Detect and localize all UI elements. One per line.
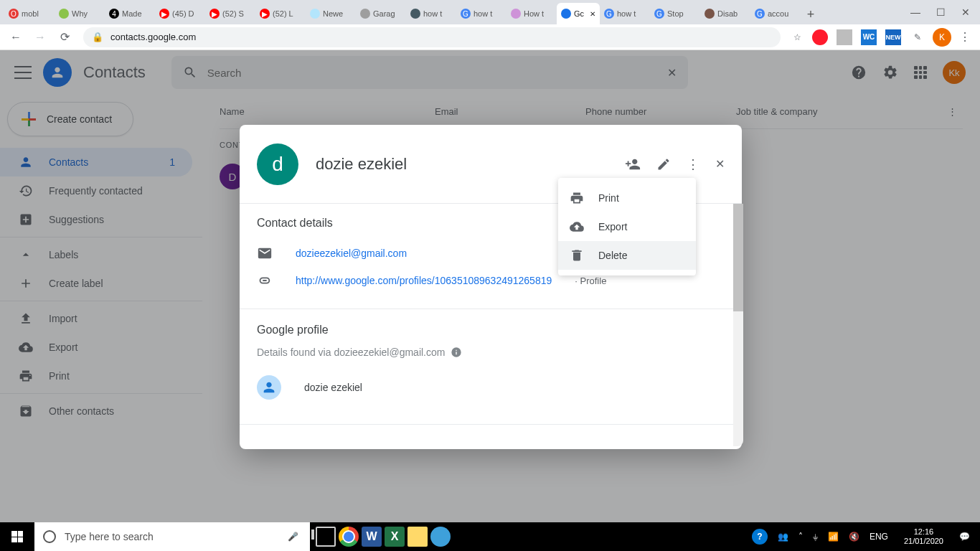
tab-label: (45) D — [172, 9, 194, 18]
favicon: ▶ — [159, 9, 169, 19]
favicon — [410, 9, 420, 19]
google-profile-name: dozie ezekiel — [304, 382, 362, 393]
extension-generic-icon[interactable] — [837, 29, 852, 45]
add-to-contacts-icon[interactable] — [625, 156, 641, 172]
url-text: contacts.google.com — [110, 32, 196, 42]
favicon: ▶ — [209, 9, 220, 19]
volume-icon[interactable]: 🔇 — [849, 532, 859, 542]
get-help-icon[interactable]: ? — [752, 529, 768, 545]
link-icon — [257, 273, 273, 288]
forward-button[interactable]: → — [30, 27, 50, 47]
tab-label: Stop — [667, 9, 684, 18]
extension-opera-icon[interactable] — [812, 29, 828, 45]
dialog-scrollbar[interactable] — [733, 204, 743, 446]
bookmark-star-icon[interactable]: ☆ — [789, 29, 805, 45]
task-view-button[interactable] — [316, 527, 336, 547]
extension-eyedropper-icon[interactable]: ✎ — [910, 29, 925, 45]
browser-tab[interactable]: Garag — [356, 3, 406, 24]
reload-button[interactable]: ⟳ — [55, 27, 75, 47]
maximize-button[interactable]: ☐ — [936, 6, 946, 18]
menu-item-label: Print — [598, 192, 619, 204]
email-link[interactable]: dozieezekiel@gmail.com — [296, 248, 407, 259]
taskbar-clock[interactable]: 12:16 21/01/2020 — [898, 527, 949, 546]
google-profile-row: dozie ezekiel — [257, 369, 733, 405]
tab-label: (52) S — [222, 9, 244, 18]
browser-tab[interactable]: How t — [507, 3, 557, 24]
clock-time: 12:16 — [904, 527, 943, 537]
browser-toolbar: ← → ⟳ 🔒 contacts.google.com ☆ WC NEW ✎ K… — [0, 24, 980, 50]
favicon — [59, 9, 69, 19]
taskbar-app-word[interactable]: W — [362, 527, 382, 547]
more-options-button[interactable]: ⋮ — [687, 156, 699, 172]
browser-tab[interactable]: Ghow t — [600, 3, 650, 24]
extensions-row: WC NEW ✎ — [809, 29, 928, 45]
browser-tab[interactable]: GStop — [650, 3, 700, 24]
favicon: ▶ — [260, 9, 270, 19]
print-icon — [570, 191, 584, 205]
info-icon[interactable] — [451, 347, 462, 358]
menu-item-print[interactable]: Print — [558, 184, 696, 212]
tray-expand-icon[interactable]: ˄ — [798, 532, 803, 542]
google-profile-subtitle: Details found via dozieezekiel@gmail.com — [257, 347, 733, 358]
overflow-menu: Print Export Delete — [558, 178, 696, 276]
favicon — [310, 9, 320, 19]
browser-tab[interactable]: Gaccou — [750, 3, 801, 24]
browser-tab[interactable]: ▶(52) S — [205, 3, 255, 24]
close-tab-button[interactable]: ✕ — [590, 10, 595, 18]
cloud-upload-icon — [570, 220, 584, 234]
language-indicator[interactable]: ENG — [870, 532, 888, 542]
browser-tab[interactable]: Why — [55, 3, 105, 24]
contact-dialog: d dozie ezekiel ⋮ ✕ Contact details dozi… — [240, 125, 742, 449]
browser-tab[interactable]: Ghow t — [456, 3, 507, 24]
browser-tab[interactable]: Newe — [306, 3, 356, 24]
mic-button[interactable]: 🎤 — [275, 522, 310, 551]
browser-tab[interactable]: Omobl — [4, 3, 55, 24]
tab-label: Garag — [373, 9, 395, 18]
browser-tab[interactable]: Gc✕ — [557, 3, 600, 24]
menu-item-delete[interactable]: Delete — [558, 241, 696, 270]
tab-label: how t — [423, 9, 442, 18]
back-button[interactable]: ← — [6, 27, 26, 47]
dialog-avatar: d — [257, 143, 298, 185]
browser-tab[interactable]: how t — [406, 3, 456, 24]
taskbar-app-excel[interactable]: X — [385, 527, 405, 547]
profile-avatar-button[interactable]: K — [933, 28, 951, 47]
taskbar-app-mail[interactable] — [430, 527, 451, 547]
dialog-contact-name: dozie ezekiel — [316, 155, 407, 174]
browser-tab[interactable]: ▶(45) D — [155, 3, 205, 24]
taskbar-search[interactable]: Type here to search — [34, 522, 275, 551]
taskbar-app-chrome[interactable] — [339, 527, 359, 547]
extension-wc-icon[interactable]: WC — [861, 29, 877, 45]
browser-tab[interactable]: ▶(52) L — [255, 3, 306, 24]
edit-icon[interactable] — [656, 157, 671, 171]
clock-date: 21/01/2020 — [904, 537, 943, 546]
close-window-button[interactable]: ✕ — [961, 6, 970, 18]
contacts-app: Contacts ✕ Kk Create contact — [0, 50, 980, 522]
favicon — [360, 9, 370, 19]
network-icon[interactable]: ⏚ — [813, 532, 818, 542]
people-icon[interactable]: 👥 — [778, 532, 788, 542]
wifi-icon[interactable]: 📶 — [828, 532, 839, 542]
menu-item-export[interactable]: Export — [558, 212, 696, 241]
taskbar-search-placeholder: Type here to search — [65, 531, 154, 542]
favicon — [511, 9, 521, 19]
address-bar[interactable]: 🔒 contacts.google.com — [83, 27, 781, 47]
tab-label: accou — [768, 9, 788, 18]
minimize-button[interactable]: ― — [910, 6, 920, 18]
tab-label: how t — [473, 9, 492, 18]
profile-link[interactable]: http://www.google.com/profiles/106351089… — [296, 275, 552, 286]
google-profile-title: Google profile — [257, 324, 733, 336]
tab-label: Made — [122, 9, 142, 18]
new-tab-button[interactable]: + — [801, 4, 821, 24]
tab-label: Newe — [323, 9, 343, 18]
close-dialog-button[interactable]: ✕ — [715, 157, 725, 171]
favicon — [705, 9, 715, 19]
browser-tab[interactable]: Disab — [700, 3, 750, 24]
chrome-menu-button[interactable]: ⋮ — [956, 30, 974, 44]
taskbar-app-explorer[interactable] — [407, 527, 428, 547]
browser-tab[interactable]: 4Made — [105, 3, 155, 24]
action-center-icon[interactable]: 💬 — [959, 532, 970, 542]
extension-new-icon[interactable]: NEW — [885, 29, 901, 45]
tab-label: how t — [617, 9, 636, 18]
start-button[interactable] — [0, 522, 34, 551]
